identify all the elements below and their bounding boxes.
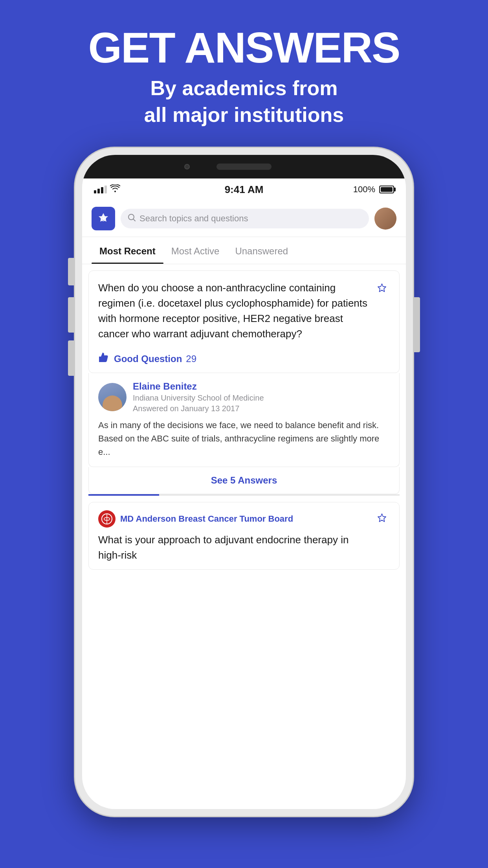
answer-text: As in many of the decisions we face, we … (98, 419, 390, 459)
signal-bar-1 (94, 190, 96, 193)
volume-up-button (68, 297, 74, 333)
org-logo (98, 510, 116, 528)
question-text-1: When do you choose a non-anthracycline c… (98, 280, 369, 342)
bookmark-button-2[interactable] (374, 510, 390, 526)
phone-body: 9:41 AM 100% (75, 148, 413, 816)
question-text-2: What is your approach to adjuvant endocr… (98, 532, 369, 563)
question-card-1: When do you choose a non-anthracycline c… (88, 270, 400, 373)
answerer-avatar (98, 383, 127, 411)
status-right: 100% (353, 184, 394, 195)
search-placeholder: Search topics and questions (139, 213, 248, 224)
status-bar: 9:41 AM 100% (82, 178, 406, 200)
org-name: MD Anderson Breast Cancer Tumor Board (120, 514, 369, 524)
good-question-count: 29 (186, 353, 196, 364)
battery-icon (379, 186, 394, 193)
answerer-institution: Indiana University School of Medicine (133, 394, 390, 403)
question-body-2: MD Anderson Breast Cancer Tumor Board Wh… (89, 502, 399, 569)
battery-percentage: 100% (353, 184, 375, 195)
hero-headline: GET ANSWERS (88, 24, 400, 71)
svg-point-2 (128, 214, 134, 220)
progress-fill (88, 494, 159, 496)
thumbs-up-icon[interactable] (98, 352, 110, 366)
volume-down-button (68, 340, 74, 376)
question-footer-1: Good Question 29 (89, 348, 399, 373)
phone-mockup: 9:41 AM 100% (75, 148, 413, 816)
signal-bar-3 (101, 187, 103, 193)
signal-bar-2 (97, 189, 100, 193)
phone-screen: 9:41 AM 100% (82, 155, 406, 809)
tab-unanswered[interactable]: Unanswered (227, 237, 296, 264)
bookmark-button-1[interactable] (374, 280, 390, 296)
see-answers-text: See 5 Answers (211, 475, 277, 485)
wifi-icon (110, 184, 120, 195)
signal-bar-4 (105, 186, 107, 193)
tab-most-recent[interactable]: Most Recent (92, 237, 163, 264)
app-logo: ✚ (92, 207, 115, 230)
tabs: Most Recent Most Active Unanswered (82, 237, 406, 264)
signal-strength (94, 186, 107, 193)
hero-subheadline: By academics fromall major institutions (88, 75, 400, 128)
user-avatar[interactable] (374, 208, 396, 230)
hero-header: GET ANSWERS By academics fromall major i… (88, 0, 400, 140)
answer-date: Answered on January 13 2017 (133, 404, 390, 413)
question-body-1: When do you choose a non-anthracycline c… (89, 271, 399, 348)
good-question-label: Good Question (114, 353, 182, 364)
power-button (414, 297, 420, 352)
question-content-2: MD Anderson Breast Cancer Tumor Board Wh… (98, 510, 369, 563)
svg-text:✚: ✚ (102, 216, 106, 221)
speaker-grille (216, 164, 272, 170)
app-content: ✚ Search topics and questions (82, 200, 406, 809)
battery-fill (381, 187, 393, 192)
answer-card-1: Elaine Benitez Indiana University School… (88, 373, 400, 467)
front-camera (184, 164, 190, 169)
progress-bar (88, 494, 400, 496)
status-time: 9:41 AM (225, 184, 264, 196)
tab-most-active[interactable]: Most Active (163, 237, 227, 264)
see-answers-button[interactable]: See 5 Answers (88, 467, 400, 494)
search-icon (128, 213, 136, 224)
avatar-image (374, 208, 396, 230)
question-card-2: MD Anderson Breast Cancer Tumor Board Wh… (88, 502, 400, 570)
search-bar[interactable]: Search topics and questions (121, 209, 369, 228)
answerer-row: Elaine Benitez Indiana University School… (98, 381, 390, 413)
status-left (94, 184, 120, 195)
answerer-info: Elaine Benitez Indiana University School… (133, 381, 390, 413)
phone-top-bezel (82, 155, 406, 178)
org-row: MD Anderson Breast Cancer Tumor Board (98, 510, 369, 532)
feed: When do you choose a non-anthracycline c… (82, 264, 406, 809)
app-header: ✚ Search topics and questions (82, 200, 406, 237)
answerer-name: Elaine Benitez (133, 381, 390, 392)
